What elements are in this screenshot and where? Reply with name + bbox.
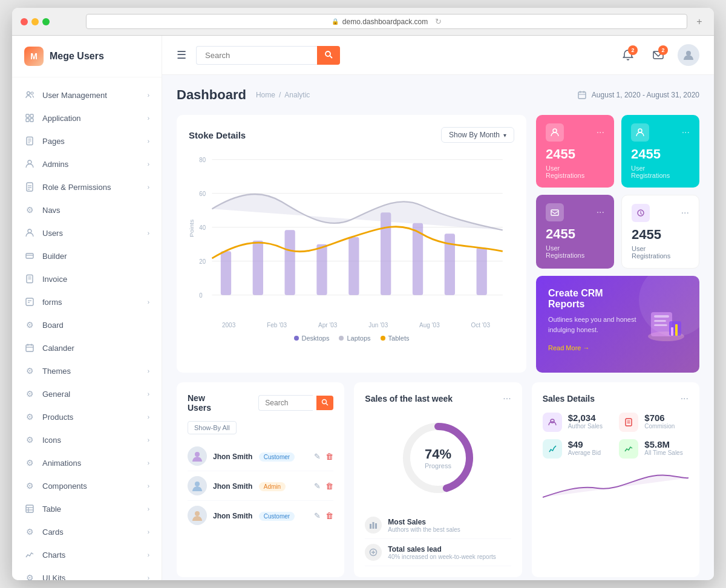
stat-icon-purple [546, 203, 564, 221]
sidebar-item-pages[interactable]: Pages › [12, 129, 162, 152]
edit-icon-3[interactable]: ✎ [314, 511, 321, 520]
sidebar-item-cards-label: Cards [42, 528, 64, 537]
sidebar-item-animations[interactable]: ⚙ Animations › [12, 451, 162, 474]
sales-details-card: Sales Details ··· $2,034 Author Sales [532, 382, 699, 577]
general-icon: ⚙ [24, 388, 35, 399]
users-search-input[interactable] [258, 395, 313, 411]
sidebar-item-general[interactable]: ⚙ General › [12, 382, 162, 405]
page-title: Dashboard [177, 87, 246, 103]
users-icon [24, 90, 35, 100]
user-avatar[interactable] [678, 44, 699, 66]
sidebar-item-calander[interactable]: Calander [12, 336, 162, 359]
svg-rect-79 [370, 524, 371, 529]
sidebar-item-table[interactable]: Table › [12, 497, 162, 520]
delete-icon-1[interactable]: 🗑 [325, 452, 333, 461]
minimize-button[interactable] [31, 18, 39, 25]
sidebar-item-forms[interactable]: forms › [12, 290, 162, 313]
sidebar-item-cards[interactable]: ⚙ Cards › [12, 520, 162, 543]
sidebar-item-themes[interactable]: ⚙ Themes › [12, 359, 162, 382]
svg-rect-3 [30, 114, 33, 117]
user-info-1: Jhon Smith Customer [213, 451, 295, 462]
messages-button[interactable]: 2 [647, 44, 669, 66]
notifications-button[interactable]: 2 [617, 44, 639, 66]
stat-row-bottom: ··· 2455 UserRegistrations [536, 195, 699, 269]
notification-badge: 2 [628, 45, 638, 55]
breadcrumb-separator: / [279, 91, 281, 99]
delete-icon-2[interactable]: 🗑 [325, 482, 333, 491]
reload-icon[interactable]: ↻ [435, 17, 442, 26]
chevron-right-icon: › [148, 161, 149, 168]
svg-point-76 [195, 511, 200, 516]
sidebar-item-role-permissions[interactable]: Role & Permissions › [12, 175, 162, 198]
svg-point-60 [553, 129, 557, 132]
stat-card-menu-white[interactable]: ··· [681, 207, 689, 218]
sidebar-item-products[interactable]: ⚙ Products › [12, 405, 162, 428]
ui-kits-icon: ⚙ [24, 572, 35, 580]
sales-detail-text-author: $2,034 Author Sales [568, 413, 603, 430]
close-button[interactable] [21, 18, 28, 25]
stat-card-menu-purple[interactable]: ··· [597, 207, 604, 218]
chevron-right-icon: › [148, 506, 149, 512]
sidebar-item-admins[interactable]: Admins › [12, 152, 162, 175]
sidebar-item-application[interactable]: Application › [12, 106, 162, 129]
sidebar-item-users-label: Users [42, 229, 63, 238]
user-left-3: Jhon Smith Customer [188, 506, 295, 525]
hamburger-button[interactable]: ☰ [177, 48, 186, 62]
stat-card-menu-pink[interactable]: ··· [597, 127, 604, 138]
edit-icon-1[interactable]: ✎ [314, 452, 321, 461]
show-all-filter-button[interactable]: Show-By All [188, 421, 237, 434]
svg-text:80: 80 [199, 155, 206, 163]
chart-filter-button[interactable]: Show By Month ▾ [441, 127, 514, 143]
delete-icon-3[interactable]: 🗑 [325, 511, 333, 520]
sidebar-item-icons[interactable]: ⚙ Icons › [12, 428, 162, 451]
user-role-1: Customer [259, 452, 295, 462]
sidebar-item-role-permissions-label: Role & Permissions [42, 183, 111, 192]
animations-icon: ⚙ [24, 457, 35, 468]
sales-detail-value-all-time: $5.8M [644, 439, 682, 449]
bottom-grid: NewUsers Show-By All [177, 382, 699, 577]
sidebar-item-builder[interactable]: Builder [12, 244, 162, 267]
sales-week-menu[interactable]: ··· [503, 393, 511, 404]
chart-header: Stoke Details Show By Month ▾ [189, 127, 514, 143]
legend-tablets: Tablets [381, 335, 410, 342]
chart-card: Stoke Details Show By Month ▾ 80 60 [177, 115, 526, 373]
sales-detail-avg-bid: $49 Average Bid [543, 439, 612, 459]
stat-icon-white [632, 204, 650, 222]
chevron-right-icon: › [148, 529, 149, 535]
sales-item-icon-1 [365, 517, 382, 534]
url-bar[interactable]: 🔒 demo.dashboardpack.com ↻ [86, 14, 687, 29]
sidebar-item-ui-kits[interactable]: ⚙ UI Kits › [12, 566, 162, 580]
stat-card-header-white: ··· [632, 204, 689, 222]
svg-rect-5 [30, 119, 33, 122]
mini-chart [543, 467, 688, 503]
svg-rect-52 [253, 241, 263, 295]
stat-card-header-cyan: ··· [631, 123, 690, 142]
svg-rect-16 [26, 253, 33, 258]
breadcrumb: Home / Analytic [256, 91, 310, 99]
sales-item-1: Most Sales Authors with the best sales [365, 512, 511, 539]
sales-details-menu[interactable]: ··· [681, 393, 688, 404]
sidebar-item-user-management[interactable]: User Management › [12, 83, 162, 106]
sidebar-item-components[interactable]: ⚙ Components › [12, 474, 162, 497]
sidebar-item-charts[interactable]: Charts › [12, 543, 162, 566]
donut-container: 74% Progress [399, 419, 477, 497]
users-search-button[interactable] [316, 396, 333, 410]
sidebar-item-board[interactable]: ⚙ Board [12, 313, 162, 336]
sidebar-item-navs[interactable]: ⚙ Navs [12, 198, 162, 221]
sidebar-item-users[interactable]: Users › [12, 221, 162, 244]
maximize-button[interactable] [42, 18, 50, 25]
search-button[interactable] [317, 46, 340, 65]
user-left-2: Jhon Smith Admin [188, 476, 286, 495]
stat-card-menu-cyan[interactable]: ··· [682, 127, 690, 138]
crm-read-more-link[interactable]: Read More → [548, 344, 589, 351]
sidebar-item-invoice[interactable]: Invoice [12, 267, 162, 290]
search-input[interactable] [196, 46, 317, 65]
svg-rect-36 [578, 92, 586, 99]
sidebar-item-ui-kits-label: UI Kits [42, 573, 65, 581]
donut-label: 74% Progress [425, 446, 451, 469]
new-tab-button[interactable]: + [693, 16, 705, 28]
breadcrumb-home[interactable]: Home [256, 91, 275, 99]
svg-rect-4 [26, 119, 29, 122]
edit-icon-2[interactable]: ✎ [314, 482, 321, 491]
svg-point-75 [195, 482, 200, 486]
